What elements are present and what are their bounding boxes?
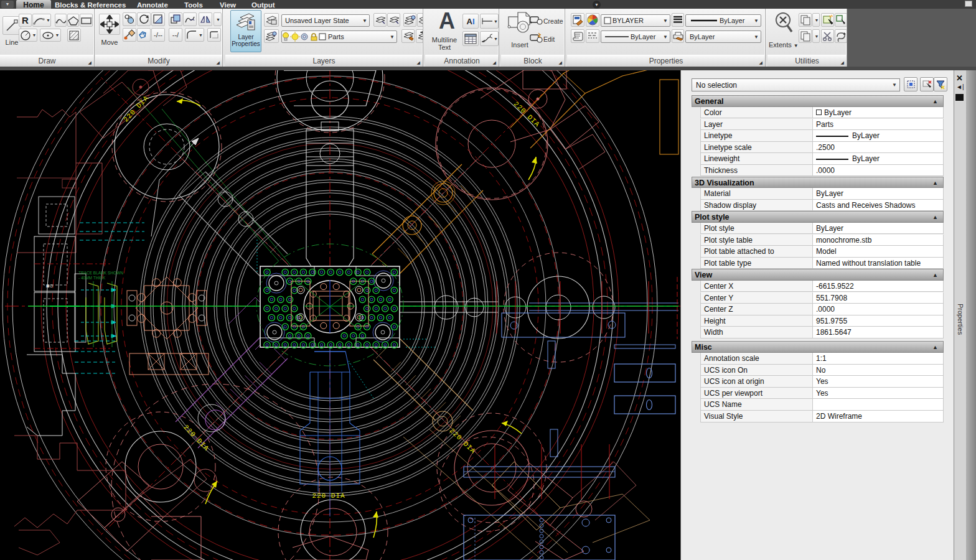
svg-text:TRACE BLANK SHOWN: TRACE BLANK SHOWN [78,271,123,275]
svg-text:220 DIA: 220 DIA [182,424,210,453]
svg-text:220 DIA: 220 DIA [312,492,345,500]
svg-text:- 40MM THICK: - 40MM THICK [78,276,106,280]
svg-text:◙⊙: ◙⊙ [46,283,54,289]
